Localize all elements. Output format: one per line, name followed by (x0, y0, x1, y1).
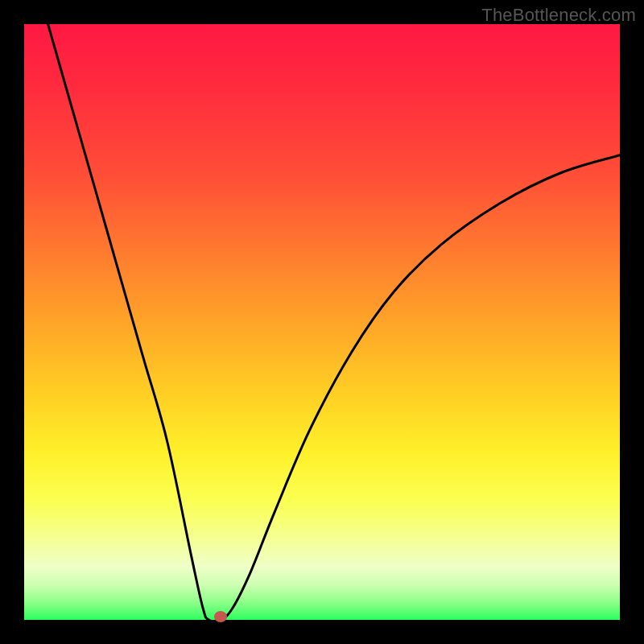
plot-area (24, 24, 620, 620)
optimal-point-marker (214, 611, 227, 622)
bottleneck-curve (24, 24, 620, 620)
chart-frame: TheBottleneck.com (0, 0, 644, 644)
watermark-text: TheBottleneck.com (481, 5, 636, 26)
